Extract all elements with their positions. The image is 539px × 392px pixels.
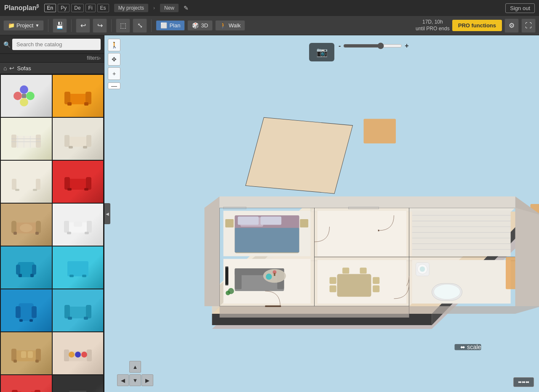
- undo-btn[interactable]: ↩: [76, 19, 90, 33]
- lang-fi[interactable]: Fi: [85, 4, 96, 12]
- zoom-in-btn[interactable]: +: [108, 67, 120, 80]
- signout-button[interactable]: Sign out: [505, 3, 535, 13]
- toolbar: 📁 Project ▼ 💾 ↩ ↪ ⬚ ⤡ ⬜ Plan 🎲 3D 🚶 Walk…: [0, 16, 539, 35]
- svg-rect-30: [86, 177, 91, 190]
- sidebar: 🔍 filters› ⌂ ↩ Sofas: [0, 35, 104, 392]
- catalog-item-1[interactable]: [1, 75, 52, 117]
- filters-link[interactable]: filters›: [87, 55, 101, 61]
- svg-point-2: [26, 92, 35, 100]
- svg-rect-12: [36, 135, 41, 148]
- catalog-item-10[interactable]: [53, 246, 104, 289]
- zoom-slider[interactable]: [343, 42, 402, 49]
- lang-en[interactable]: En: [44, 4, 56, 12]
- svg-rect-68: [35, 360, 39, 363]
- catalog-item-9[interactable]: [1, 246, 52, 289]
- cube-icon: 🎲: [192, 22, 199, 29]
- camera-button[interactable]: 📷: [309, 43, 334, 61]
- new-project-btn[interactable]: New: [160, 4, 179, 12]
- svg-rect-154: [373, 277, 379, 284]
- svg-rect-118: [225, 219, 234, 228]
- catalog-item-12[interactable]: [53, 289, 104, 331]
- lang-de[interactable]: De: [71, 4, 83, 12]
- canvas-area[interactable]: 📷 - + 🚶 ✥ + — ◀: [104, 35, 539, 392]
- svg-rect-34: [11, 221, 16, 233]
- svg-point-130: [226, 291, 230, 295]
- nav-up-btn[interactable]: ▲: [129, 361, 141, 373]
- pro-functions-btn[interactable]: PRO functions: [452, 20, 502, 31]
- filters-row: filters›: [0, 54, 104, 63]
- svg-rect-155: [373, 286, 379, 292]
- svg-rect-8: [67, 102, 72, 106]
- settings-btn[interactable]: ⚙: [504, 19, 519, 33]
- edit-project-btn[interactable]: ✎: [179, 3, 193, 13]
- catalog-item-7[interactable]: [1, 204, 52, 246]
- svg-rect-132: [274, 273, 275, 276]
- sidebar-collapse-handle[interactable]: ◀: [104, 203, 110, 224]
- catalog-item-8[interactable]: [53, 204, 104, 246]
- svg-rect-157: [360, 268, 367, 273]
- svg-point-1: [20, 85, 28, 94]
- lang-ru[interactable]: Ру: [58, 4, 69, 12]
- project-menu-btn[interactable]: 📁 Project ▼: [3, 20, 44, 31]
- fullscreen-btn[interactable]: ⛶: [521, 19, 536, 33]
- catalog-item-16[interactable]: [53, 375, 104, 392]
- search-input[interactable]: [12, 39, 101, 50]
- catalog-item-5[interactable]: [1, 161, 52, 203]
- my-projects-btn[interactable]: My projects: [114, 4, 148, 12]
- toolbar-separator-3: [111, 19, 112, 32]
- catalog-item-11[interactable]: [1, 289, 52, 331]
- save-btn[interactable]: 💾: [53, 19, 67, 33]
- catalog-item-2[interactable]: [53, 75, 104, 117]
- plan-icon: ⬜: [160, 22, 167, 29]
- search-bar: 🔍: [0, 35, 104, 54]
- threed-view-btn[interactable]: 🎲 3D: [187, 20, 213, 31]
- breadcrumb-row: ⌂ ↩ Sofas: [0, 63, 104, 74]
- svg-rect-29: [64, 177, 70, 190]
- main-area: 🔍 filters› ⌂ ↩ Sofas: [0, 35, 539, 392]
- svg-rect-149: [378, 230, 379, 231]
- catalog-item-6[interactable]: [53, 161, 104, 203]
- svg-rect-26: [15, 189, 19, 191]
- svg-point-74: [69, 352, 75, 358]
- select-btn[interactable]: ⬚: [116, 19, 130, 33]
- svg-point-38: [20, 224, 32, 232]
- svg-rect-78: [12, 390, 18, 392]
- nav-down-btn[interactable]: ▼: [129, 374, 141, 386]
- catalog-item-13[interactable]: [1, 332, 52, 374]
- topbar-left: Planoplanβ En Ру De Fi Es My projects › …: [4, 3, 193, 13]
- left-controls: 🚶 ✥ + —: [108, 39, 120, 89]
- nav-right-btn[interactable]: ▶: [141, 374, 153, 386]
- catalog-item-3[interactable]: [1, 118, 52, 160]
- zoom-slider-container: - +: [339, 42, 409, 50]
- dropdown-arrow: ▼: [35, 23, 39, 28]
- lang-es[interactable]: Es: [97, 4, 109, 12]
- plan-view-btn[interactable]: ⬜ Plan: [156, 20, 185, 31]
- move-btn[interactable]: ✥: [108, 53, 120, 66]
- nav-left-btn[interactable]: ◀: [117, 374, 129, 386]
- svg-rect-84: [64, 389, 69, 392]
- catalog-item-14[interactable]: [53, 332, 104, 374]
- svg-rect-152: [330, 277, 336, 284]
- svg-rect-70: [28, 351, 33, 358]
- zoom-out-btn[interactable]: —: [108, 82, 120, 89]
- walk-view-btn[interactable]: 🚶 Walk: [215, 20, 245, 31]
- svg-rect-37: [35, 232, 39, 235]
- home-breadcrumb[interactable]: ⌂: [3, 65, 7, 72]
- svg-point-76: [81, 352, 87, 358]
- resize-btn[interactable]: ⤡: [133, 19, 147, 33]
- toolbar-separator-1: [48, 19, 48, 32]
- svg-rect-119: [300, 219, 308, 228]
- svg-rect-79: [35, 390, 40, 392]
- catalog-item-4[interactable]: [53, 118, 104, 160]
- svg-rect-62: [68, 317, 72, 320]
- redo-btn[interactable]: ↪: [93, 19, 107, 33]
- back-breadcrumb[interactable]: ↩: [9, 65, 14, 72]
- toolbar-separator-2: [71, 19, 72, 32]
- svg-rect-41: [87, 221, 92, 233]
- svg-rect-35: [36, 221, 41, 233]
- catalog-item-15[interactable]: [1, 375, 52, 392]
- svg-rect-53: [82, 275, 86, 277]
- svg-rect-11: [11, 135, 16, 148]
- person-view-btn[interactable]: 🚶: [108, 39, 120, 51]
- bottom-navigation: ▲ ◀ ▼ ▶: [117, 361, 153, 387]
